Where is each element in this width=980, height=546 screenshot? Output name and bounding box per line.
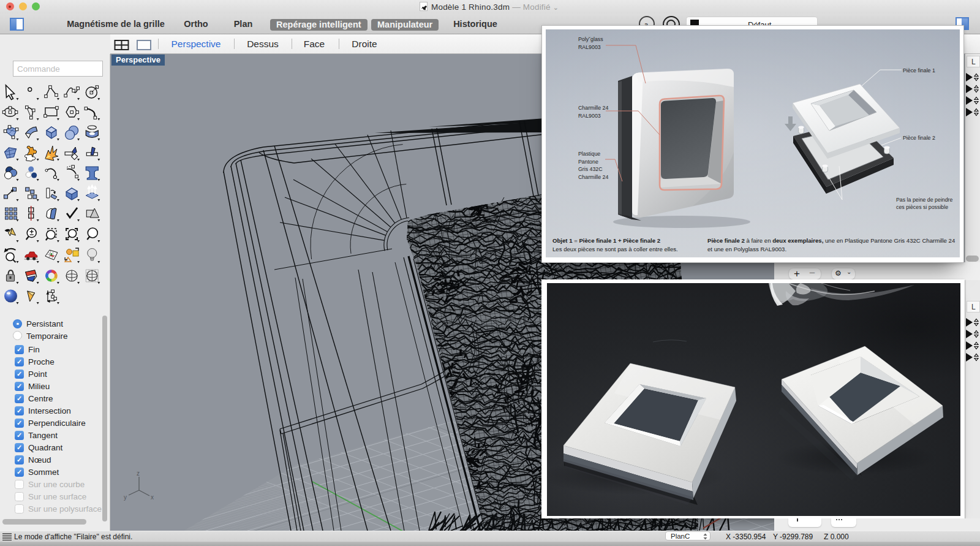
svg-text:Gris 432C: Gris 432C	[578, 166, 603, 172]
svg-text:RAL9003: RAL9003	[578, 113, 601, 119]
svg-text:y: y	[124, 494, 127, 501]
svg-text:Charmille 24: Charmille 24	[578, 105, 608, 111]
svg-text:Les deux pièces ne sont pas à: Les deux pièces ne sont pas à coller ent…	[552, 246, 678, 252]
svg-text:x: x	[151, 494, 154, 501]
svg-text:Pièce finale 1: Pièce finale 1	[903, 67, 935, 74]
svg-text:z: z	[137, 470, 140, 477]
svg-text:Pièce finale 2: Pièce finale 2	[903, 135, 935, 141]
svg-text:Polyˇglass: Polyˇglass	[578, 36, 603, 42]
svg-text:RAL9003: RAL9003	[578, 44, 601, 50]
svg-text:ces pièces si possible: ces pièces si possible	[896, 204, 948, 210]
svg-text:Pantone: Pantone	[578, 159, 598, 165]
svg-text:Pièce finale 2 à faire en deux: Pièce finale 2 à faire en deux exemplair…	[707, 237, 956, 244]
svg-text:et une en Polyglass RAL9003.: et une en Polyglass RAL9003.	[707, 246, 786, 252]
svg-text:Plastique: Plastique	[578, 151, 600, 157]
svg-text:Charmille 24: Charmille 24	[578, 174, 608, 180]
svg-text:Pas la peine de peindre: Pas la peine de peindre	[896, 197, 953, 203]
svg-text:Objet 1 = Pièce finale 1 + Piè: Objet 1 = Pièce finale 1 + Pièce finale …	[552, 237, 660, 244]
